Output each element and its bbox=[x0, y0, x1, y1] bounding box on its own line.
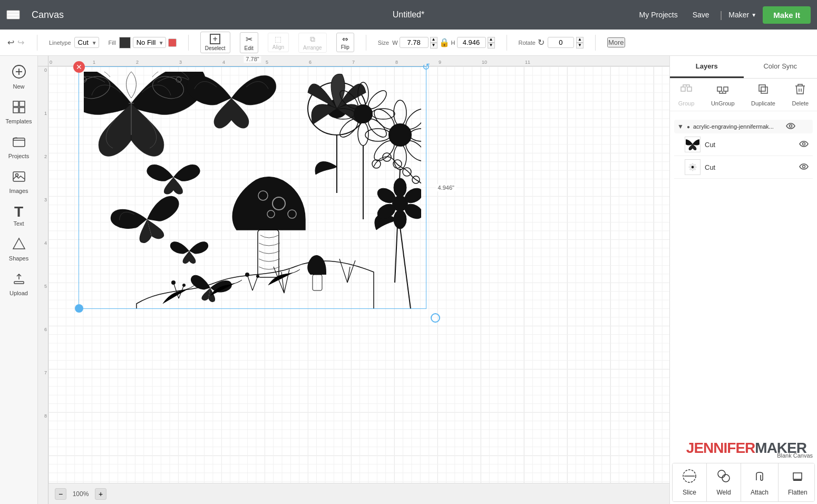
layer-name-2: Cut bbox=[705, 163, 795, 171]
svg-rect-66 bbox=[313, 275, 322, 290]
new-icon bbox=[12, 64, 26, 82]
group-icon bbox=[680, 83, 693, 98]
height-up-button[interactable]: ▲ bbox=[488, 37, 495, 43]
ruler-corner bbox=[38, 56, 48, 66]
rotate-up-button[interactable]: ▲ bbox=[576, 37, 583, 43]
ruler-v-1: 1 bbox=[44, 111, 47, 116]
fill-select[interactable]: No Fill bbox=[133, 37, 166, 48]
delete-button[interactable]: Delete bbox=[792, 83, 809, 106]
height-input[interactable] bbox=[457, 37, 486, 48]
attach-label: Attach bbox=[751, 489, 769, 496]
layer-visibility-1-button[interactable] bbox=[799, 140, 809, 149]
height-down-button[interactable]: ▼ bbox=[488, 43, 495, 49]
edit-button[interactable]: ✂ Edit bbox=[240, 32, 258, 53]
sep3 bbox=[366, 35, 366, 51]
make-it-button[interactable]: Make It bbox=[763, 6, 811, 24]
svg-point-75 bbox=[789, 125, 792, 128]
pen-color-swatch[interactable] bbox=[168, 38, 177, 47]
sidebar-item-projects-label: Projects bbox=[8, 153, 30, 159]
layer-group-header[interactable]: ▼ ● acrylic-engraving-jennifermak... bbox=[674, 120, 813, 133]
sep2 bbox=[188, 35, 189, 51]
redo-button[interactable]: ↪ bbox=[16, 36, 25, 49]
align-button[interactable]: ⬚ Align bbox=[268, 33, 289, 52]
canvas-bottom-bar: − 100% + bbox=[48, 483, 669, 504]
flatten-button[interactable]: Flatten bbox=[779, 463, 815, 501]
fill-label: Fill bbox=[109, 40, 116, 46]
templates-icon bbox=[12, 100, 26, 117]
slice-button[interactable]: Slice bbox=[673, 463, 707, 501]
svg-point-62 bbox=[171, 280, 176, 285]
duplicate-button[interactable]: Duplicate bbox=[751, 83, 775, 106]
layer-visibility-2-button[interactable] bbox=[799, 162, 809, 172]
svg-point-77 bbox=[692, 166, 694, 168]
rotate-stepper[interactable]: ▲ ▼ bbox=[576, 37, 583, 49]
sep5 bbox=[595, 35, 596, 51]
sidebar-item-shapes[interactable]: Shapes bbox=[0, 233, 37, 266]
fill-swatch[interactable] bbox=[119, 37, 131, 49]
attach-button[interactable]: Attach bbox=[741, 463, 779, 501]
layer-item-1[interactable]: Cut bbox=[674, 133, 813, 156]
svg-rect-6 bbox=[20, 108, 25, 113]
deselect-button[interactable]: + Deselect bbox=[200, 32, 230, 53]
watermark-maker: MAKER bbox=[755, 440, 806, 456]
sidebar-item-new[interactable]: New bbox=[0, 60, 37, 94]
ruler-v-7: 7 bbox=[44, 370, 47, 375]
toolbar: ↩ ↪ Linetype Cut ▼ Fill No Fill ▼ bbox=[0, 30, 817, 56]
layers-content: ▼ ● acrylic-engraving-jennifermak... bbox=[670, 115, 817, 445]
svg-point-63 bbox=[182, 284, 186, 287]
svg-line-61 bbox=[252, 276, 258, 290]
slice-icon bbox=[682, 469, 697, 487]
tab-color-sync[interactable]: Color Sync bbox=[744, 56, 818, 78]
machine-selector[interactable]: Maker ▼ bbox=[728, 11, 756, 19]
save-button[interactable]: Save bbox=[688, 8, 714, 21]
zoom-out-button[interactable]: − bbox=[55, 488, 66, 500]
ruler-v-5: 5 bbox=[44, 284, 47, 289]
watermark-jennifer: JENNIFER bbox=[686, 440, 755, 456]
svg-point-22 bbox=[365, 88, 389, 111]
my-projects-button[interactable]: My Projects bbox=[635, 8, 682, 21]
ruler-h-9: 9 bbox=[439, 60, 441, 65]
svg-rect-70 bbox=[724, 87, 728, 91]
ruler-v-8: 8 bbox=[44, 413, 47, 419]
group-button[interactable]: Group bbox=[678, 83, 695, 106]
width-input[interactable] bbox=[400, 37, 429, 48]
layer-item-2[interactable]: Cut bbox=[674, 156, 813, 179]
sidebar-item-images[interactable]: Images bbox=[0, 166, 37, 198]
svg-point-80 bbox=[694, 167, 696, 168]
ungroup-button[interactable]: UnGroup bbox=[711, 83, 735, 106]
linetype-group: Linetype Cut ▼ bbox=[49, 37, 99, 48]
svg-rect-3 bbox=[13, 101, 18, 106]
svg-rect-91 bbox=[793, 473, 802, 479]
flip-button[interactable]: ⇔ Flip bbox=[336, 33, 354, 52]
tab-layers[interactable]: Layers bbox=[670, 56, 744, 78]
zoom-in-button[interactable]: + bbox=[95, 488, 106, 500]
undo-button[interactable]: ↩ bbox=[6, 36, 15, 49]
svg-point-26 bbox=[337, 116, 361, 140]
sidebar-item-upload[interactable]: Upload bbox=[0, 268, 37, 301]
linetype-select[interactable]: Cut bbox=[74, 37, 99, 48]
hamburger-menu[interactable] bbox=[6, 10, 20, 20]
width-down-button[interactable]: ▼ bbox=[430, 43, 437, 49]
more-button[interactable]: More bbox=[607, 37, 625, 47]
weld-icon bbox=[716, 469, 731, 487]
weld-button[interactable]: Weld bbox=[707, 463, 741, 501]
sidebar-item-templates[interactable]: Templates bbox=[0, 96, 37, 129]
layer-group-visibility-button[interactable] bbox=[786, 122, 795, 131]
duplicate-icon bbox=[757, 83, 770, 98]
width-up-button[interactable]: ▲ bbox=[430, 37, 437, 43]
sidebar-item-projects[interactable]: Projects bbox=[0, 131, 37, 163]
size-label: Size bbox=[378, 40, 389, 46]
ruler-h-10: 10 bbox=[482, 60, 487, 65]
width-stepper[interactable]: ▲ ▼ bbox=[430, 37, 437, 49]
canvas-area[interactable]: 0 1 2 3 4 5 6 7 8 9 10 11 0 1 2 3 4 5 6 … bbox=[38, 56, 669, 504]
ruler-h-0: 0 bbox=[50, 60, 52, 65]
arrange-button[interactable]: ⧉ Arrange bbox=[298, 33, 327, 53]
sidebar-item-text[interactable]: T Text bbox=[0, 200, 37, 231]
artwork-container bbox=[84, 72, 421, 309]
rotate-input[interactable] bbox=[548, 37, 574, 48]
ruler-h-5: 5 bbox=[266, 60, 268, 65]
app-title: Canvas bbox=[32, 9, 64, 21]
rotate-down-button[interactable]: ▼ bbox=[576, 43, 583, 49]
ruler-v-6: 6 bbox=[44, 327, 47, 332]
height-stepper[interactable]: ▲ ▼ bbox=[488, 37, 495, 49]
